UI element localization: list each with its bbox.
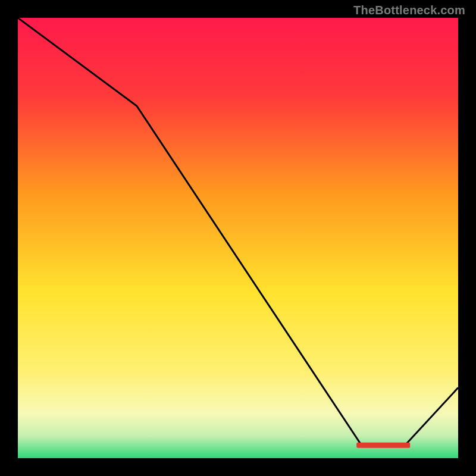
optimal-range-marker xyxy=(356,443,410,448)
optimal-marker xyxy=(356,443,410,448)
plot-background xyxy=(18,18,458,458)
bottleneck-chart xyxy=(0,0,476,476)
chart-frame: TheBottleneck.com xyxy=(0,0,476,476)
